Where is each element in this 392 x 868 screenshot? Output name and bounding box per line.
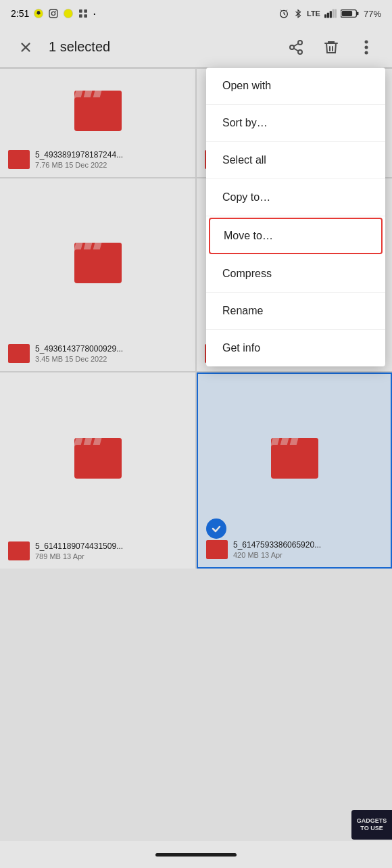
context-menu: Open with Sort by… Select all Copy to… M… [206,68,385,366]
menu-item-rename[interactable]: Rename [206,293,385,330]
menu-item-compress[interactable]: Compress [206,256,385,293]
menu-item-sort-by[interactable]: Sort by… [206,105,385,142]
menu-item-select-all[interactable]: Select all [206,142,385,179]
menu-item-get-info[interactable]: Get info [206,330,385,366]
menu-item-copy-to[interactable]: Copy to… [206,179,385,216]
menu-item-open-with[interactable]: Open with [206,68,385,105]
menu-item-move-to[interactable]: Move to… [209,218,383,254]
